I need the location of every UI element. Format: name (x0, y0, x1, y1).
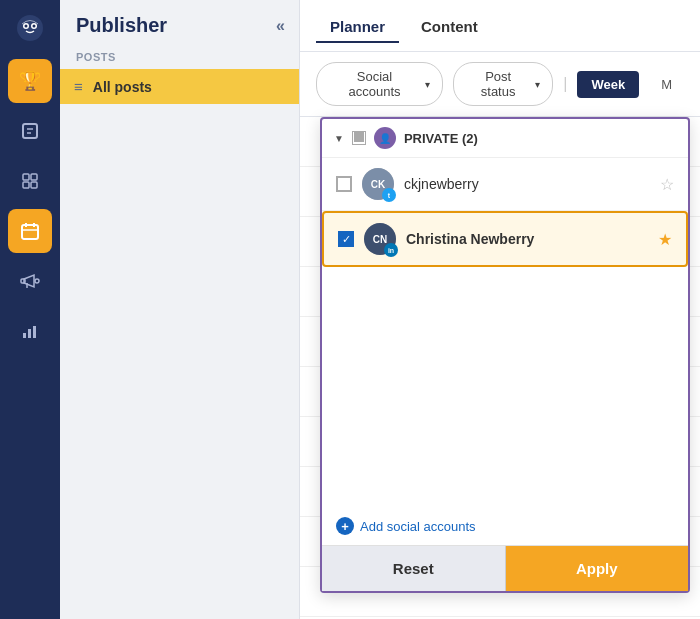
all-posts-icon: ≡ (74, 78, 83, 95)
svg-rect-20 (33, 326, 36, 338)
add-social-plus-icon: + (336, 517, 354, 535)
sidebar: 🏆 (0, 0, 60, 619)
collapse-icon[interactable]: « (276, 17, 285, 35)
group-checkbox[interactable] (352, 131, 366, 145)
ckjnewberry-star-icon[interactable]: ☆ (660, 175, 674, 194)
social-accounts-chevron-icon: ▾ (425, 79, 430, 90)
dropdown-empty-space (322, 267, 688, 507)
tab-bar: Planner Content (300, 0, 700, 52)
dropdown-item-christina[interactable]: ✓ CN in Christina Newberry ★ (322, 211, 688, 267)
svg-rect-11 (31, 182, 37, 188)
svg-point-17 (35, 279, 39, 283)
social-accounts-filter[interactable]: Social accounts ▾ (316, 62, 443, 106)
svg-rect-19 (28, 329, 31, 338)
dropdown-group-header: ▼ 👤 PRIVATE (2) (322, 119, 688, 158)
calendar-sidebar-icon[interactable] (8, 209, 52, 253)
dropdown-item-ckjnewberry[interactable]: CK t ckjnewberry ☆ (322, 158, 688, 211)
ckjnewberry-name: ckjnewberry (404, 176, 650, 192)
christina-avatar: CN in (364, 223, 396, 255)
apply-button[interactable]: Apply (506, 546, 689, 591)
megaphone-sidebar-icon[interactable] (8, 259, 52, 303)
post-status-filter[interactable]: Post status ▾ (453, 62, 553, 106)
svg-rect-18 (23, 333, 26, 338)
tab-content[interactable]: Content (407, 12, 492, 43)
post-status-label: Post status (466, 69, 530, 99)
filter-separator: | (563, 75, 567, 93)
publisher-panel: Publisher « POSTS ≡ All posts (60, 0, 300, 619)
posts-section-label: POSTS (60, 47, 299, 69)
filter-bar: Social accounts ▾ Post status ▾ | Week M (300, 52, 700, 117)
svg-point-3 (25, 25, 28, 28)
logo-icon (12, 10, 48, 46)
ckjnewberry-avatar: CK t (362, 168, 394, 200)
trophy-sidebar-icon[interactable]: 🏆 (8, 59, 52, 103)
grid-sidebar-icon[interactable] (8, 159, 52, 203)
calendar-body: G-0 12 1 2 3 4 5 6 7 (300, 117, 700, 619)
content-area: Planner Content Social accounts ▾ Post s… (300, 0, 700, 619)
dropdown-footer: Reset Apply (322, 545, 688, 591)
tab-planner[interactable]: Planner (316, 12, 399, 43)
post-status-chevron-icon: ▾ (535, 79, 540, 90)
svg-rect-16 (21, 279, 25, 283)
reset-button[interactable]: Reset (322, 546, 506, 591)
chart-sidebar-icon[interactable] (8, 309, 52, 353)
svg-rect-5 (23, 124, 37, 138)
edit-sidebar-icon[interactable] (8, 109, 52, 153)
all-posts-label: All posts (93, 79, 152, 95)
linkedin-badge-icon: in (384, 243, 398, 257)
svg-rect-9 (31, 174, 37, 180)
month-button[interactable]: M (649, 71, 684, 98)
christina-checkbox[interactable]: ✓ (338, 231, 354, 247)
svg-rect-12 (22, 225, 38, 239)
twitter-badge-icon: t (382, 188, 396, 202)
week-button[interactable]: Week (577, 71, 639, 98)
add-social-label: Add social accounts (360, 519, 476, 534)
group-avatar-icon: 👤 (374, 127, 396, 149)
svg-rect-8 (23, 174, 29, 180)
publisher-header: Publisher « (60, 0, 299, 47)
svg-rect-10 (23, 182, 29, 188)
svg-point-0 (17, 15, 43, 41)
group-expand-icon[interactable]: ▼ (334, 133, 344, 144)
group-label: PRIVATE (2) (404, 131, 478, 146)
add-social-accounts[interactable]: + Add social accounts (322, 507, 688, 545)
social-accounts-label: Social accounts (329, 69, 420, 99)
all-posts-nav-item[interactable]: ≡ All posts (60, 69, 299, 104)
social-accounts-dropdown: ▼ 👤 PRIVATE (2) CK t ckjnewberry ☆ ✓ (320, 117, 690, 593)
svg-point-4 (33, 25, 36, 28)
christina-star-icon[interactable]: ★ (658, 230, 672, 249)
publisher-title: Publisher (76, 14, 167, 37)
ckjnewberry-checkbox[interactable] (336, 176, 352, 192)
christina-name: Christina Newberry (406, 231, 648, 247)
